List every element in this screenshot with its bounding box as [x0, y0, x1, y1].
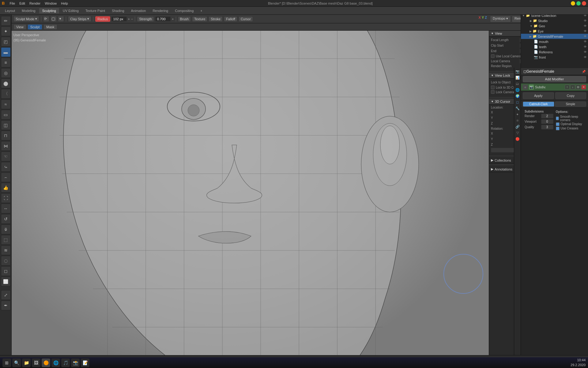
optimal-display-checkbox[interactable]: ✓: [556, 122, 560, 126]
mode-selector[interactable]: Sculpt Mode ▾: [13, 16, 39, 22]
tab-sculpting[interactable]: Sculpting: [39, 8, 59, 13]
thumb-tool[interactable]: 👍: [1, 183, 11, 193]
output-icon[interactable]: 📊: [515, 75, 520, 80]
box-mask-tool[interactable]: ⬜: [1, 277, 11, 286]
tree-eye[interactable]: ▶ 📁 Eye 👁: [521, 29, 588, 34]
tree-teeth[interactable]: 📄 teeth 👁: [521, 44, 588, 49]
tree-referens[interactable]: 📄 Referens 👁: [521, 49, 588, 55]
scrape-tool[interactable]: ⊓: [1, 131, 11, 140]
taskbar-spotify[interactable]: 🎵: [61, 358, 70, 367]
menu-window[interactable]: Window: [43, 1, 58, 6]
tab-shading[interactable]: Shading: [109, 8, 127, 13]
draw-tool[interactable]: ✏: [1, 16, 11, 26]
taskbar-photos[interactable]: 🖼: [32, 358, 40, 367]
geo-eye[interactable]: 👁: [584, 24, 587, 28]
brush-btn[interactable]: Brush: [178, 16, 191, 22]
subdiv-icon-1[interactable]: ↑: [565, 85, 570, 90]
taskbar-blender[interactable]: 🟠: [42, 358, 50, 367]
simple-tab[interactable]: Simple: [555, 102, 586, 107]
taskbar-ps[interactable]: 📸: [71, 358, 80, 367]
modifier-icon[interactable]: 🔧: [515, 105, 520, 111]
physics-icon[interactable]: ⚛: [515, 118, 520, 123]
taskbar-chrome[interactable]: 🌐: [51, 358, 60, 367]
grab-tool[interactable]: ☜: [1, 151, 11, 161]
fill-tool[interactable]: ◫: [1, 120, 11, 130]
tree-mouth[interactable]: 📄 mouth 👁: [521, 39, 588, 44]
menu-help[interactable]: Help: [59, 1, 70, 6]
flatten-tool[interactable]: ▭: [1, 110, 11, 120]
tree-front[interactable]: 📷 front 👁: [521, 55, 588, 60]
subdiv-icon-2[interactable]: ↓: [570, 85, 575, 90]
subdiv-close-btn[interactable]: ✕: [581, 85, 586, 90]
copy-btn[interactable]: Copy: [555, 92, 586, 99]
tree-studio[interactable]: ▶ 📁 Studio 👁: [521, 18, 588, 23]
tab-rendering[interactable]: Rendering: [149, 8, 171, 13]
teeth-eye[interactable]: 👁: [584, 45, 587, 48]
snake-tool[interactable]: ⌢: [1, 172, 11, 182]
lock-3d-cursor-checkbox[interactable]: [491, 86, 495, 89]
strength-toggle[interactable]: Strength: [137, 16, 154, 22]
use-creases-checkbox[interactable]: ✓: [556, 127, 560, 130]
taskbar-notepad[interactable]: 📝: [81, 358, 89, 367]
radius-toggle[interactable]: Radius: [95, 16, 110, 22]
front-eye[interactable]: 👁: [584, 56, 587, 59]
taskbar-search[interactable]: 🔍: [12, 358, 21, 367]
material-icon[interactable]: 🔴: [515, 136, 520, 142]
nudge-tool[interactable]: ↔: [1, 204, 11, 213]
lock-camera-checkbox[interactable]: [491, 90, 495, 94]
radius-input[interactable]: [111, 17, 127, 21]
tab-uv-editing[interactable]: UV Editing: [60, 8, 82, 13]
dyntopo-btn[interactable]: Dyntopo ▾: [490, 16, 511, 22]
apply-btn[interactable]: Apply: [523, 92, 554, 99]
menu-edit[interactable]: Edit: [17, 1, 27, 6]
smooth-tool[interactable]: ≈: [1, 99, 11, 109]
particles-icon[interactable]: ✦: [515, 112, 520, 117]
mask-brush-tool[interactable]: ◻: [1, 266, 11, 276]
minimize-button[interactable]: [571, 1, 575, 6]
viewport-value[interactable]: [541, 119, 553, 124]
close-button[interactable]: [582, 1, 586, 6]
viewport[interactable]: User Perspective (95) Genesis8Female ⬡ ⤢…: [12, 31, 538, 355]
catmull-clark-tab[interactable]: Catmull-Clark: [523, 102, 554, 107]
tab-modeling[interactable]: Modeling: [19, 8, 39, 13]
blob-tool[interactable]: ⬤: [1, 79, 11, 88]
brush-selector[interactable]: Clay Strips ▾: [68, 16, 91, 22]
sculpt-btn[interactable]: Sculpt: [28, 24, 43, 30]
simplify-tool[interactable]: ◌: [1, 256, 11, 266]
inflate-tool[interactable]: ◎: [1, 68, 11, 78]
strength-input[interactable]: [155, 17, 171, 21]
data-icon[interactable]: ▽: [515, 130, 520, 136]
texture-btn[interactable]: Texture: [192, 16, 207, 22]
subdiv-icon-3[interactable]: ⊟: [576, 85, 581, 90]
elastic-tool[interactable]: ⤿: [1, 162, 11, 172]
constraints-icon[interactable]: 🔗: [515, 124, 520, 129]
add-modifier-btn[interactable]: Add Modifier: [523, 76, 586, 82]
mouth-eye[interactable]: 👁: [584, 40, 587, 43]
pinch-tool[interactable]: ⋈: [1, 141, 11, 151]
tab-texture-paint[interactable]: Texture Paint: [82, 8, 108, 13]
cloth-tool[interactable]: ≋: [1, 245, 11, 255]
clay-strips-tool active[interactable]: ▬: [1, 47, 11, 57]
world-icon[interactable]: 🌍: [515, 93, 520, 99]
menu-file[interactable]: File: [8, 1, 17, 6]
referens-eye[interactable]: 👁: [584, 50, 587, 54]
tab-animation[interactable]: Animation: [128, 8, 149, 13]
stroke-btn[interactable]: Stroke: [209, 16, 223, 22]
tool-icon-1[interactable]: ⟳: [43, 16, 49, 22]
falloff-btn[interactable]: Falloff: [224, 16, 237, 22]
radius-plus-icon[interactable]: +: [128, 17, 130, 21]
rotate-tool[interactable]: ↺: [1, 214, 11, 224]
view-layer-icon[interactable]: 🗂: [515, 81, 520, 86]
slide-relax-tool[interactable]: ⤋: [1, 224, 11, 234]
quality-value[interactable]: [541, 125, 553, 129]
tool-icon-3[interactable]: ✦: [58, 16, 64, 22]
render-icon[interactable]: 📷: [515, 69, 520, 74]
tab-layout[interactable]: Layout: [2, 8, 18, 13]
view-btn[interactable]: View: [13, 24, 26, 30]
studio-eye[interactable]: 👁: [584, 19, 587, 22]
annotate-tool[interactable]: ✒: [1, 301, 11, 310]
boundary-tool[interactable]: ⬚: [1, 235, 11, 245]
strength-plus-icon[interactable]: +: [172, 17, 174, 21]
tree-genesis[interactable]: ▶ 📁 Genesis8Female 👁: [521, 34, 588, 39]
taskbar-start[interactable]: ⊞: [2, 358, 11, 367]
